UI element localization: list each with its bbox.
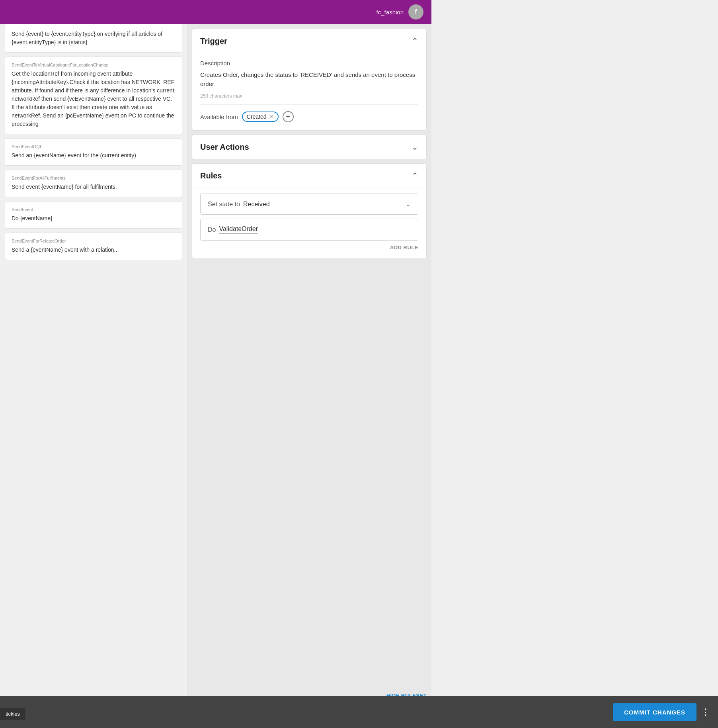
username-label: fc_fashion xyxy=(377,9,404,16)
set-state-value: Received xyxy=(243,201,270,208)
action-card-title-4: SendEventForRelatedOrder xyxy=(12,239,176,243)
created-tag-chip[interactable]: Created ✕ xyxy=(242,112,279,122)
action-card-title-3: SendEvent xyxy=(12,207,176,212)
user-actions-section-header[interactable]: User Actions ⌄ xyxy=(192,135,426,159)
tickies-badge[interactable]: tickies xyxy=(0,708,25,720)
rules-title: Rules xyxy=(200,171,222,180)
action-card-3[interactable]: SendEvent Do {eventName} xyxy=(5,201,182,229)
action-card-desc-3: Do {eventName} xyxy=(12,214,176,223)
action-card-2[interactable]: SendEventForAllFulfilments Send event {e… xyxy=(5,170,182,197)
do-label: Do xyxy=(208,226,216,233)
action-card-title-0: SendEventToVirtualCatalogueForLocationCh… xyxy=(12,63,176,67)
action-card-4[interactable]: SendEventForRelatedOrder Send a {eventNa… xyxy=(5,233,182,260)
divider xyxy=(200,104,418,105)
partial-action-card: Send {event} to {event.entityType} on ve… xyxy=(5,24,182,53)
rules-section-header[interactable]: Rules ⌃ xyxy=(192,164,426,188)
set-state-rule-row[interactable]: Set state to Received ⌄ xyxy=(200,194,418,215)
action-card-title-2: SendEventForAllFulfilments xyxy=(12,176,176,180)
partial-card-desc: Send {event} to {event.entityType} on ve… xyxy=(12,30,176,47)
do-value: ValidateOrder xyxy=(219,225,258,234)
action-card-title-1: SendEventGQL xyxy=(12,144,176,149)
tag-label: Created xyxy=(247,114,267,120)
do-rule-row[interactable]: Do ValidateOrder xyxy=(200,219,418,241)
rules-section: Rules ⌃ Set state to Received ⌄ Do Valid… xyxy=(192,163,427,259)
trigger-content: Description Creates Order, changes the s… xyxy=(192,53,426,130)
rules-content: Set state to Received ⌄ Do ValidateOrder… xyxy=(192,188,426,258)
app-header: fc_fashion f xyxy=(0,0,431,24)
left-panel: Send {event} to {event.entityType} on ve… xyxy=(0,24,187,728)
add-rule-button[interactable]: ADD RULE xyxy=(200,245,418,250)
description-text: Creates Order, changes the status to 'RE… xyxy=(200,70,418,88)
action-card-desc-4: Send a {eventName} event with a relation… xyxy=(12,246,176,254)
description-label: Description xyxy=(200,60,418,67)
trigger-section-header[interactable]: Trigger ⌃ xyxy=(192,29,426,53)
trigger-chevron-up-icon: ⌃ xyxy=(412,36,418,46)
right-panel: Trigger ⌃ Description Creates Order, cha… xyxy=(187,24,431,728)
trigger-section: Trigger ⌃ Description Creates Order, cha… xyxy=(192,29,427,131)
add-available-from-button[interactable]: + xyxy=(283,111,294,122)
action-card-0[interactable]: SendEventToVirtualCatalogueForLocationCh… xyxy=(5,57,182,134)
footer-bar: tickies COMMIT CHANGES ⋮ xyxy=(0,696,431,728)
trigger-title: Trigger xyxy=(200,37,227,46)
rules-chevron-up-icon: ⌃ xyxy=(412,171,418,180)
available-from-row: Available from Created ✕ + xyxy=(200,111,418,122)
action-card-desc-1: Send an {eventName} event for the (curre… xyxy=(12,151,176,160)
main-layout: Send {event} to {event.entityType} on ve… xyxy=(0,24,431,728)
avatar[interactable]: f xyxy=(408,4,423,20)
user-actions-section: User Actions ⌄ xyxy=(192,135,427,159)
set-state-dropdown-icon[interactable]: ⌄ xyxy=(406,200,411,208)
user-actions-title: User Actions xyxy=(200,143,249,152)
user-actions-chevron-down-icon: ⌄ xyxy=(412,142,418,152)
char-limit-label: 250 characters max xyxy=(200,93,418,99)
action-card-1[interactable]: SendEventGQL Send an {eventName} event f… xyxy=(5,138,182,166)
action-card-desc-0: Get the locationRef from incoming event … xyxy=(12,70,176,128)
set-state-label: Set state to xyxy=(208,201,240,208)
remove-tag-icon[interactable]: ✕ xyxy=(269,114,274,120)
action-card-desc-2: Send event {eventName} for all fulfilmen… xyxy=(12,183,176,191)
available-from-label: Available from xyxy=(200,114,238,120)
